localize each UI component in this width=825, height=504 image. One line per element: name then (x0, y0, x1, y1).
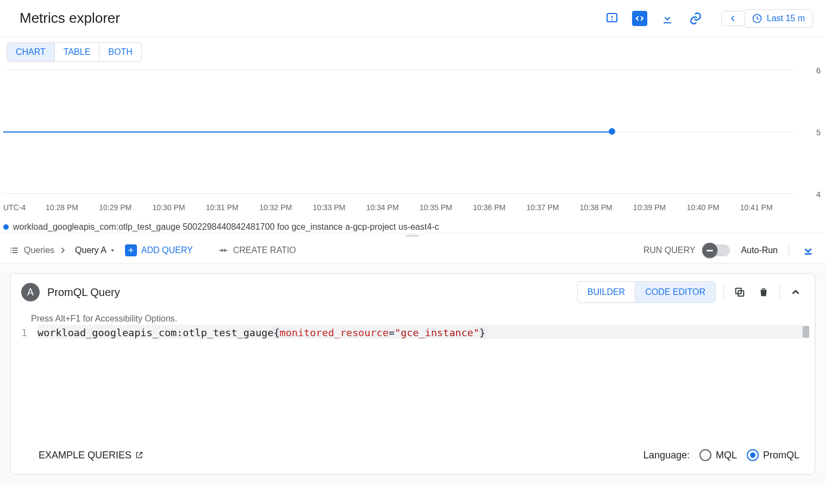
code-editor[interactable]: 1 workload_googleapis_com:otlp_test_gaug… (10, 325, 815, 341)
example-queries-link[interactable]: EXAMPLE QUERIES (39, 450, 143, 461)
svg-point-2 (611, 19, 612, 20)
x-tick: 10:30 PM (153, 203, 206, 212)
time-range-group: Last 15 m (721, 9, 813, 28)
x-tick: 10:37 PM (527, 203, 580, 212)
download-icon[interactable] (659, 10, 676, 27)
plus-icon: + (125, 244, 137, 256)
x-tick: 10:38 PM (580, 203, 633, 212)
split-drag-handle[interactable] (0, 234, 825, 238)
series-line (3, 131, 612, 133)
line-number: 1 (21, 325, 38, 341)
queries-breadcrumb[interactable]: Queries (9, 245, 66, 256)
copy-icon[interactable] (732, 284, 748, 300)
x-tick: 10:28 PM (46, 203, 99, 212)
x-tick: 10:35 PM (420, 203, 473, 212)
x-tick: 10:31 PM (206, 203, 259, 212)
delete-icon[interactable] (755, 284, 772, 300)
time-back-button[interactable] (721, 11, 745, 26)
legend-series-label: workload_googleapis_com:otlp_test_gauge … (13, 222, 439, 232)
x-tick: 10:32 PM (259, 203, 312, 212)
collapse-all-icon[interactable] (800, 242, 816, 259)
legend: workload_googleapis_com:otlp_test_gauge … (3, 222, 439, 232)
auto-run-toggle[interactable] (704, 244, 730, 256)
add-query-button[interactable]: + ADD QUERY (125, 244, 193, 256)
x-tick: 10:34 PM (366, 203, 420, 212)
tab-both[interactable]: BOTH (99, 43, 141, 61)
code-editor-mode-button[interactable]: CODE EDITOR (635, 282, 715, 303)
time-range-button[interactable]: Last 15 m (745, 9, 813, 28)
query-card-title: PromQL Query (47, 286, 120, 299)
view-mode-tabs: CHART TABLE BOTH (7, 42, 142, 62)
create-ratio-button[interactable]: CREATE RATIO (218, 245, 296, 256)
x-tick: 10:29 PM (99, 203, 152, 212)
series-point[interactable] (609, 128, 615, 135)
feedback-icon[interactable] (604, 10, 620, 27)
x-tick: 10:39 PM (633, 203, 686, 212)
accessibility-hint: Press Alt+F1 for Accessibility Options. (10, 311, 815, 325)
query-selector[interactable]: Query A (75, 245, 116, 255)
legend-swatch (3, 224, 9, 230)
header-tools: Last 15 m (604, 9, 818, 28)
editor-scrollbar[interactable] (803, 326, 809, 338)
time-range-label: Last 15 m (767, 14, 805, 23)
y-tick-4: 4 (816, 190, 821, 199)
x-axis-ticks: 10:28 PM10:29 PM10:30 PM10:31 PM10:32 PM… (3, 203, 793, 212)
auto-run-label: Auto-Run (741, 245, 778, 255)
page-title: Metrics explorer (20, 10, 120, 27)
link-icon[interactable] (688, 10, 704, 27)
y-tick-5: 5 (816, 128, 821, 137)
radio-promql[interactable]: PromQL (747, 449, 799, 461)
tab-chart[interactable]: CHART (7, 43, 54, 61)
query-toolbar: Queries Query A + ADD QUERY CREATE RATIO… (0, 238, 825, 263)
run-query-button[interactable]: RUN QUERY (643, 245, 696, 255)
query-panel: A PromQL Query BUILDER CODE EDITOR Press… (0, 263, 825, 484)
query-avatar: A (21, 283, 40, 301)
tab-table[interactable]: TABLE (54, 43, 99, 61)
x-tick: 10:41 PM (740, 203, 793, 212)
radio-mql[interactable]: MQL (699, 449, 737, 461)
x-tick: 10:40 PM (686, 203, 740, 212)
x-tick: 10:36 PM (473, 203, 526, 212)
editor-mode-toggle: BUILDER CODE EDITOR (577, 281, 716, 303)
builder-mode-button[interactable]: BUILDER (578, 282, 635, 303)
x-tick: 10:33 PM (312, 203, 366, 212)
collapse-card-icon[interactable] (788, 284, 804, 300)
query-card: A PromQL Query BUILDER CODE EDITOR Press… (10, 273, 815, 475)
y-tick-6: 6 (816, 66, 821, 75)
chart-plot[interactable]: 6 5 4 (3, 62, 793, 200)
code-content[interactable]: workload_googleapis_com:otlp_test_gauge{… (38, 327, 803, 338)
code-view-icon[interactable] (632, 11, 647, 26)
header: Metrics explorer Last 15 m (0, 0, 825, 37)
language-label: Language: (643, 450, 690, 461)
chart-area: 6 5 4 UTC-4 10:28 PM10:29 PM10:30 PM10:3… (0, 62, 825, 233)
